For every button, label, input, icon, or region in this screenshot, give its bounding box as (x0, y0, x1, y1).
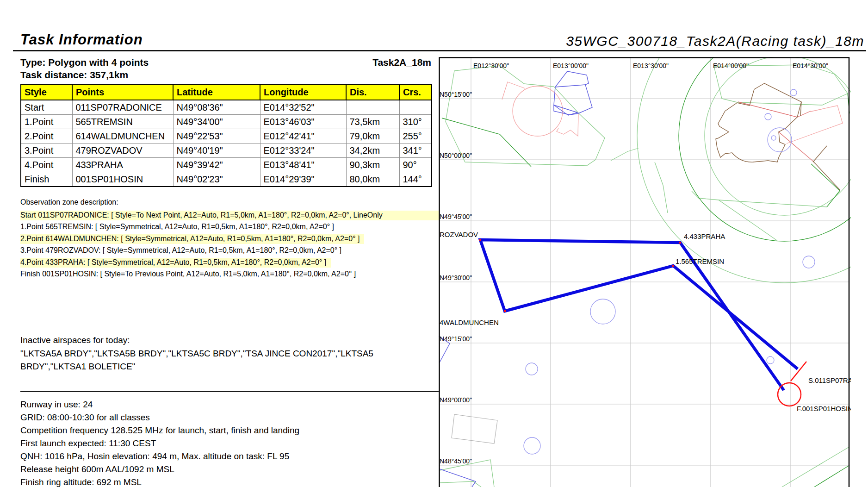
header-underline (13, 50, 866, 51)
cell-longitude: E012°33'24" (260, 144, 346, 158)
latitude-labels: N50°15'00" N50°00'00" N49°45'00" N49°30'… (440, 91, 472, 465)
cell-longitude: E013°46'03" (260, 115, 346, 129)
table-row: Start 011SP07RADONICE N49°08'36" E014°32… (21, 100, 432, 115)
col-longitude: Longitude (260, 84, 346, 100)
lat-label: N49°30'00" (440, 274, 472, 281)
cell-course: 255° (399, 129, 432, 144)
cell-distance: 34,2km (346, 144, 399, 158)
table-row: Finish 001SP01HOSIN N49°02'23" E014°29'3… (21, 172, 432, 187)
obs-line-2: 2.Point 614WALDMUNCHEN: [ Style=Symmetri… (20, 234, 439, 246)
lon-label: E012°30'00" (473, 62, 509, 69)
task-map: E012°30'00" E013°00'00" E013°30'00" E014… (439, 57, 851, 487)
lon-label: E013°30'00" (633, 62, 669, 69)
divider-rule (20, 391, 439, 392)
inactive-airspaces-line: BRDY","LKTSA1 BOLETICE" (20, 362, 135, 372)
longitude-labels: E012°30'00" E013°00'00" E013°30'00" E014… (473, 62, 828, 69)
task-route-line (480, 240, 798, 390)
col-distance: Dis. (346, 84, 399, 100)
lon-label: E013°00'00" (553, 62, 589, 69)
task-sheet-page: { "header": { "title": "Task Information… (0, 0, 868, 487)
document-title: 35WGC_300718_Task2A(Racing task)_18m (416, 33, 864, 49)
note-finish-ring: Finish ring altitude: 692 m MSL (20, 477, 142, 487)
cell-longitude: E012°42'41" (260, 129, 346, 144)
lat-label: N49°00'00" (440, 396, 472, 404)
lat-label: N49°45'00" (440, 213, 472, 220)
cell-points: 433PRAHA (72, 158, 173, 172)
lat-label: N50°00'00" (440, 152, 472, 159)
cell-latitude: N49°08'36" (173, 100, 260, 115)
lon-label: E014°30'00" (793, 62, 828, 69)
cell-style: Start (21, 100, 72, 115)
col-latitude: Latitude (173, 84, 260, 100)
waypoint-label-waldmunchen: 4WALDMUNCHEN (440, 318, 499, 326)
lat-label: N49°15'00" (440, 335, 472, 343)
cell-course: 90° (399, 158, 432, 172)
note-qnh: QNH: 1016 hPa, Hosin elevation: 494 m, M… (20, 451, 289, 462)
task-distance-line: Task distance: 357,1km (20, 69, 128, 81)
table-row: 2.Point 614WALDMUNCHEN N49°22'53" E012°4… (21, 129, 432, 144)
col-course: Crs. (399, 84, 432, 100)
observation-zone-title: Observation zone description: (20, 198, 118, 206)
page-title: Task Information (20, 31, 143, 48)
map-canvas: E012°30'00" E013°00'00" E013°30'00" E014… (439, 57, 851, 487)
map-graticule (439, 57, 849, 487)
obs-line-start: Start 011SP07RADONICE: [ Style=To Next P… (20, 211, 439, 222)
note-frequency: Competition frequency 128.525 MHz for la… (20, 425, 299, 436)
cell-latitude: N49°22'53" (173, 129, 260, 144)
cell-style: Finish (21, 172, 72, 187)
lon-label: E014°00'00" (713, 62, 749, 69)
cell-distance: 80,0km (346, 172, 399, 187)
lat-label: N48°45'00" (440, 457, 472, 465)
cell-latitude: N49°02'23" (173, 172, 260, 187)
inactive-airspaces-title: Inactive airspaces for today: (20, 335, 130, 345)
waypoint-labels: ROZVADOV 4.433PRAHA 1.565TREMSIN 4WALDMU… (440, 231, 851, 412)
waypoint-label-tremsin: 1.565TREMSIN (676, 257, 724, 265)
obs-line-finish: Finish 001SP01HOSIN: [ Style=To Previous… (20, 269, 439, 281)
table-header-row: Style Points Latitude Longitude Dis. Crs… (21, 84, 432, 100)
airspace-layer-brown (716, 83, 840, 190)
waypoint-label-rozvadov: ROZVADOV (440, 231, 478, 238)
table-row: 1.Point 565TREMSIN N49°34'00" E013°46'03… (21, 115, 432, 129)
cell-latitude: N49°40'19" (173, 144, 260, 158)
cell-course: 341° (399, 144, 432, 158)
cell-course (399, 100, 432, 115)
table-row: 4.Point 433PRAHA N49°39'42" E013°48'41" … (21, 158, 432, 172)
cell-longitude: E014°32'52" (260, 100, 346, 115)
cell-points: 001SP01HOSIN (72, 172, 173, 187)
cell-points: 614WALDMUNCHEN (72, 129, 173, 144)
table-row: 3.Point 479ROZVADOV N49°40'19" E012°33'2… (21, 144, 432, 158)
obs-line-1: 1.Point 565TREMSIN: [ Style=Symmetrical,… (20, 222, 439, 234)
cell-points: 011SP07RADONICE (72, 100, 173, 115)
cell-style: 2.Point (21, 129, 72, 144)
note-release-height: Release height 600m AAL/1092 m MSL (20, 464, 174, 475)
finish-ring (778, 383, 801, 406)
cell-distance: 90,3km (346, 158, 399, 172)
cell-latitude: N49°34'00" (173, 115, 260, 129)
cell-points: 479ROZVADOV (72, 144, 173, 158)
cell-style: 4.Point (21, 158, 72, 172)
waypoint-label-praha: 4.433PRAHA (684, 232, 725, 240)
task-name-label: Task2A_18m (296, 57, 431, 68)
gray-area-feature (452, 414, 497, 443)
cell-latitude: N49°39'42" (173, 158, 260, 172)
obs-line-3: 3.Point 479ROZVADOV: [ Style=Symmetrical… (20, 246, 439, 257)
waypoint-label-start: S.011SP07RA (808, 376, 851, 384)
cell-distance (346, 100, 399, 115)
col-style: Style (21, 84, 72, 100)
col-points: Points (72, 84, 173, 100)
cell-style: 3.Point (21, 144, 72, 158)
cell-distance: 73,5km (346, 115, 399, 129)
obs-line-4: 4.Point 433PRAHA: [ Style=Symmetrical, A… (20, 258, 439, 269)
cell-style: 1.Point (21, 115, 72, 129)
lat-label: N50°15'00" (440, 91, 472, 98)
cell-course: 144° (399, 172, 432, 187)
cell-points: 565TREMSIN (72, 115, 173, 129)
cell-course: 310° (399, 115, 432, 129)
waypoint-label-finish: F.001SP01HOSIN (797, 405, 851, 412)
cell-longitude: E014°29'39" (260, 172, 346, 187)
note-first-launch: First launch expected: 11:30 CEST (20, 438, 156, 449)
note-runway: Runway in use: 24 (20, 400, 93, 410)
airspace-layer-red-lines (738, 102, 813, 161)
waypoint-table: Style Points Latitude Longitude Dis. Crs… (20, 84, 432, 187)
cell-longitude: E013°48'41" (260, 158, 346, 172)
